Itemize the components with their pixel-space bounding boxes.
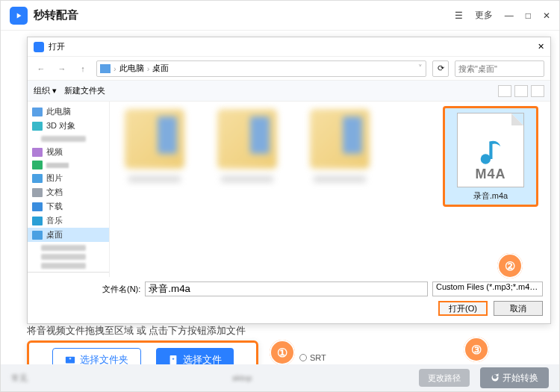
dialog-close-button[interactable]: ✕ <box>538 42 544 52</box>
sidebar-item-videos[interactable]: 视频 <box>28 145 109 159</box>
refresh-button[interactable]: ⟳ <box>432 60 449 77</box>
pc-icon <box>100 64 111 73</box>
usage-label: 常见 <box>11 373 28 384</box>
m4a-file-icon: M4A <box>457 113 524 187</box>
status-bar: 常见 sktop 更改路径 开始转换 <box>1 364 559 391</box>
app-logo-icon <box>10 7 28 25</box>
folder-plus-icon <box>65 355 75 365</box>
new-folder-button[interactable]: 新建文件夹 <box>64 85 105 96</box>
svg-rect-1 <box>489 142 492 159</box>
dialog-toolbar: 组织 ▾ 新建文件夹 <box>28 81 550 102</box>
sidebar-item-app[interactable] <box>28 159 109 171</box>
path-label: sktop <box>232 373 252 382</box>
sidebar-item-documents[interactable]: 文档 <box>28 185 109 199</box>
drop-hint: 将音视频文件拖拽至区域 或 点击下方按钮添加文件 <box>27 324 246 337</box>
sidebar-item-pictures[interactable]: 图片 <box>28 171 109 185</box>
annotation-2: ② <box>497 253 523 279</box>
nav-up-button[interactable]: ↑ <box>75 61 90 76</box>
more-button[interactable]: 更多 <box>475 9 493 22</box>
svg-rect-4 <box>69 358 70 360</box>
file-plus-icon <box>168 355 178 365</box>
stack-icon: ☰ <box>455 10 463 21</box>
help-button[interactable] <box>531 85 544 97</box>
file-name-label: 录音.m4a <box>473 190 508 202</box>
filetype-filter[interactable]: Custom Files (*.mp3;*.m4a;*.… <box>432 281 543 296</box>
view-mode-button[interactable] <box>498 85 511 97</box>
nav-forward-button[interactable]: → <box>55 61 69 76</box>
app-bottom-area: 将音视频文件拖拽至区域 或 点击下方按钮添加文件 选择文件夹 选择文件 SRT … <box>1 324 559 391</box>
dialog-titlebar: 打开 ✕ <box>28 37 550 57</box>
blurred-folder[interactable] <box>117 109 192 206</box>
sidebar-blur-item <box>41 136 86 142</box>
breadcrumb[interactable]: › 此电脑 › 桌面 ˅ <box>96 60 426 77</box>
app-titlebar: 秒转配音 ☰ 更多 — □ ✕ <box>1 1 559 31</box>
refresh-icon <box>491 373 500 382</box>
cancel-button[interactable]: 取消 <box>494 301 543 316</box>
music-note-icon <box>476 137 505 167</box>
organize-button[interactable]: 组织 ▾ <box>34 85 57 96</box>
radio-icon <box>299 354 307 361</box>
dialog-title: 打开 <box>49 41 65 52</box>
dialog-sidebar: 此电脑 3D 对象 视频 图片 文档 下载 音乐 桌面 网络 <box>28 102 110 277</box>
file-list: M4A 录音.m4a <box>110 102 550 277</box>
app-title: 秒转配音 <box>34 8 78 22</box>
dialog-nav: ← → ↑ › 此电脑 › 桌面 ˅ ⟳ <box>28 57 550 81</box>
crumb-this-pc[interactable]: 此电脑 <box>119 63 144 74</box>
minimize-button[interactable]: — <box>505 10 514 21</box>
sidebar-item-this-pc[interactable]: 此电脑 <box>28 105 109 119</box>
svg-point-0 <box>481 154 491 164</box>
dialog-app-icon <box>34 42 44 52</box>
filename-label: 文件名(N): <box>102 284 140 295</box>
search-input[interactable] <box>455 60 544 77</box>
file-open-dialog: 打开 ✕ ← → ↑ › 此电脑 › 桌面 ˅ ⟳ 组织 ▾ 新建文件夹 此电脑… <box>27 37 551 324</box>
maximize-button[interactable]: □ <box>526 10 531 21</box>
open-button[interactable]: 打开(O) <box>438 301 488 316</box>
sidebar-item-desktop[interactable]: 桌面 <box>28 228 109 242</box>
sidebar-item-music[interactable]: 音乐 <box>28 214 109 228</box>
blurred-folder[interactable] <box>210 109 284 206</box>
start-convert-button[interactable]: 开始转换 <box>480 367 549 388</box>
change-path-button[interactable]: 更改路径 <box>419 369 470 387</box>
sidebar-blur-item <box>41 254 86 260</box>
sidebar-blur-item <box>41 263 86 269</box>
svg-rect-7 <box>172 358 173 360</box>
dialog-footer: 文件名(N): Custom Files (*.mp3;*.m4a;*.… 打开… <box>28 277 550 323</box>
blurred-folder[interactable] <box>302 109 377 206</box>
preview-pane-button[interactable] <box>514 85 528 97</box>
nav-back-button[interactable]: ← <box>34 61 49 76</box>
file-ext-label: M4A <box>475 167 505 182</box>
sidebar-item-downloads[interactable]: 下载 <box>28 199 109 214</box>
selected-file[interactable]: M4A 录音.m4a <box>443 106 538 207</box>
srt-option[interactable]: SRT <box>299 353 326 362</box>
filename-input[interactable] <box>145 281 428 296</box>
sidebar-blur-item <box>41 245 86 251</box>
close-button[interactable]: ✕ <box>543 10 550 21</box>
crumb-desktop[interactable]: 桌面 <box>152 63 169 74</box>
sidebar-item-3d[interactable]: 3D 对象 <box>28 119 109 133</box>
